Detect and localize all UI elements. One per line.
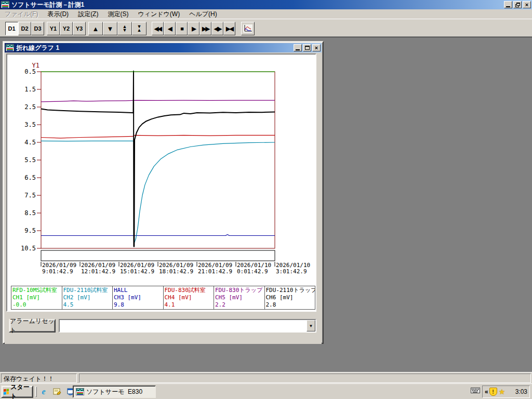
alarm-reset-button[interactable]: アラームリセット [9,319,56,332]
combo-dropdown-button[interactable]: ▼ [307,320,315,331]
desktop-sheet-icon [53,388,61,395]
minimize-button[interactable] [504,1,512,8]
toolbar-y2-button[interactable]: Y2 [60,22,73,35]
close-button[interactable]: × [523,1,531,8]
graph-window-title: 折れ線グラフ 1 [16,44,59,52]
series-ch4 [41,135,275,138]
toolbar-scroll-up-button[interactable]: ▲ [88,22,103,35]
menu-settings[interactable]: 設定(Z) [73,9,103,20]
graph-window: 折れ線グラフ 1 × Y10.51.52.53.54.55.56.57.58.5… [3,41,324,344]
toolbar-fast-forward-button[interactable]: ▶▶ [200,22,211,35]
graph-maximize-button[interactable] [303,44,311,51]
quicklaunch-ie-icon[interactable]: e [38,387,49,397]
collapse-vertical-icon: ▼▲ [137,25,142,32]
toolbar-fast-rewind-button[interactable]: ◀◀ [152,22,164,35]
legend-ch1: RFD-10MS試料室CH1 [mV]-0.0 [11,286,62,309]
toolbar-scroll-down-button[interactable]: ▼ [103,22,117,35]
svg-text:7.5: 7.5 [24,192,36,199]
restore-icon [515,3,520,7]
toolbar-graph-display-button[interactable] [241,22,255,35]
task-button-softthermo[interactable]: ソフトサーモ E830 [73,385,156,398]
toolbar-y3-button[interactable]: Y3 [73,22,86,35]
graph-close-button[interactable]: × [312,44,321,51]
graph-minimize-button[interactable] [294,44,302,51]
expand-horizontal-icon: ◀▶ [214,25,221,32]
star-icon[interactable]: ★ [499,388,506,396]
menu-file[interactable]: ファイル(F) [0,9,43,20]
svg-text:6.5: 6.5 [24,174,36,181]
legend-ch2: FDU-2110試料室CH2 [mV]4.5 [62,286,113,309]
alarm-combobox[interactable]: ▼ [59,319,316,332]
alarm-combo-input[interactable] [60,320,307,331]
restore-button[interactable] [513,1,522,8]
window-title: ソフトサーモ計測－計測1 [11,1,84,9]
toolbar-collapse-vertical-button[interactable]: ▼▲ [132,22,147,35]
svg-text:10.5: 10.5 [21,245,36,252]
mdi-area: 折れ線グラフ 1 × Y10.51.52.53.54.55.56.57.58.5… [0,37,532,372]
status-bar: 保存ウェイト！！ [0,372,532,383]
chevron-down-icon: ▼ [309,324,313,328]
toolbar-step-right-button[interactable]: ▶ [188,22,200,35]
graph-window-titlebar[interactable]: 折れ線グラフ 1 × [5,43,322,52]
expand-vertical-icon: ▲▼ [123,25,127,32]
maximize-icon [305,46,310,50]
toolbar-d2-button[interactable]: D2 [18,22,31,35]
toolbar-stop-button[interactable]: ■ [176,22,188,35]
close-icon: × [525,2,528,8]
toolbar-d1-button[interactable]: D1 [5,22,18,35]
start-button[interactable]: スタート [1,385,33,398]
svg-text:2.5: 2.5 [24,103,36,111]
toolbar-expand-vertical-button[interactable]: ▲▼ [117,22,132,35]
menu-view[interactable]: 表示(D) [43,9,73,20]
legend-ch6: FDU-2110トラップCH6 [mV]2.8 [265,286,315,309]
start-label: スタート [10,383,31,399]
app-icon [1,1,9,8]
x-range-box [41,250,275,261]
app-icon [76,388,84,395]
svg-text:5.5: 5.5 [24,156,36,164]
svg-text:8.5: 8.5 [24,209,36,217]
series-ch5 [41,100,275,102]
svg-text:4.5: 4.5 [24,139,36,146]
menu-help[interactable]: ヘルプ(H) [184,9,222,20]
toolbar-collapse-horizontal-button[interactable]: ▶◀ [223,22,235,35]
quicklaunch-show-desktop-icon[interactable] [52,387,62,397]
graph-bottom-bar: アラームリセット ▼ [5,314,322,344]
toolbar-d3-button[interactable]: D3 [31,22,44,35]
toolbar-y1-button[interactable]: Y1 [47,22,60,35]
windows-logo-icon [4,389,9,395]
svg-text:21:01:42.9: 21:01:42.9 [198,268,232,275]
menu-window[interactable]: ウィンドウ(W) [133,9,184,20]
svg-text:3:01:42.9: 3:01:42.9 [276,268,307,275]
svg-text:0:01:42.9: 0:01:42.9 [237,268,268,275]
toolbar-step-left-button[interactable]: ◀ [164,22,176,35]
svg-text:18:01:42.9: 18:01:42.9 [159,268,193,275]
svg-text:1.5: 1.5 [24,86,36,93]
svg-text:9:01:42.9: 9:01:42.9 [42,268,73,275]
toolbar-expand-horizontal-button[interactable]: ◀▶ [211,22,223,35]
task-button-label: ソフトサーモ E830 [86,388,142,396]
series-ch2 [41,141,275,243]
system-tray: « ! ★ 3:03 [482,385,530,398]
svg-text:0.5: 0.5 [24,68,36,75]
quicklaunch-grip[interactable] [35,387,37,397]
svg-text:12:01:42.9: 12:01:42.9 [81,268,115,275]
tray-chevrons-icon[interactable]: « [485,388,488,395]
step-right-icon: ▶ [192,25,195,32]
ime-keyboard-icon[interactable] [471,387,480,395]
legend-ch5: FDU-830トラップCH5 [mV]2.2 [214,286,265,309]
tray-clock[interactable]: 3:03 [515,388,527,395]
line-chart: Y10.51.52.53.54.55.56.57.58.59.510.52026… [7,55,315,283]
main-titlebar[interactable]: ソフトサーモ計測－計測1 × [0,0,532,9]
security-shield-icon[interactable]: ! [489,388,497,396]
scroll-up-icon: ▲ [92,25,99,33]
svg-text:9.5: 9.5 [24,227,36,234]
status-message: 保存ウェイト！！ [1,374,77,383]
svg-text:3.5: 3.5 [24,121,36,128]
app-icon [6,44,14,51]
fast-rewind-icon: ◀◀ [154,25,161,32]
fast-forward-icon: ▶▶ [202,25,209,32]
series-ch6 [41,71,275,246]
menu-measure[interactable]: 測定(S) [103,9,133,20]
svg-text:15:01:42.9: 15:01:42.9 [120,268,154,275]
